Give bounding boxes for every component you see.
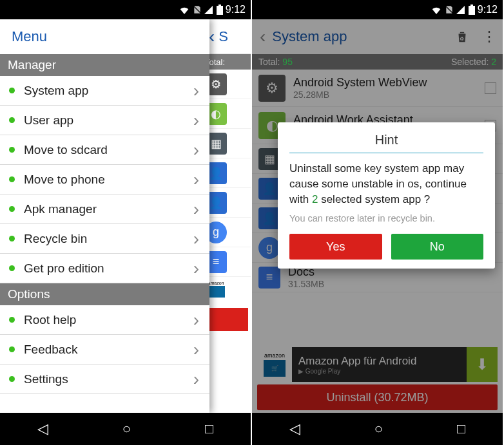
chevron-right-icon [193,230,200,248]
drawer-item-root-help[interactable]: Root help [0,305,209,335]
status-time: 9:12 [226,4,246,15]
no-sim-icon [445,5,454,14]
nav-recents-icon[interactable]: □ [205,421,213,437]
drawer-item-move-sdcard[interactable]: Move to sdcard [0,135,209,165]
signal-icon [456,6,465,14]
nav-recents-icon[interactable]: □ [457,421,465,437]
drawer-item-label: User app [24,113,73,128]
bullet-icon [9,88,15,93]
menu-title: Menu [0,19,209,54]
bullet-icon [9,176,15,182]
yes-button[interactable]: Yes [289,234,382,260]
drawer-item-label: Apk manager [24,202,97,216]
status-time: 9:12 [478,4,498,15]
drawer-item-user-app[interactable]: User app [0,106,209,135]
nav-back-icon[interactable]: ◁ [289,421,300,437]
battery-icon [217,5,223,15]
drawer-item-label: Settings [24,372,68,386]
drawer-item-label: Move to sdcard [24,143,108,157]
bullet-icon [9,206,15,212]
drawer-item-feedback[interactable]: Feedback [0,335,209,365]
nav-home-icon[interactable]: ○ [122,421,131,437]
chevron-right-icon [193,200,200,218]
drawer-item-settings[interactable]: Settings [0,365,209,394]
chevron-right-icon [193,311,200,329]
nav-back-icon[interactable]: ◁ [37,421,48,437]
chevron-right-icon [193,341,200,359]
wifi-icon [179,5,190,14]
chevron-right-icon [193,111,200,129]
no-sim-icon [193,5,202,14]
drawer-item-apk-manager[interactable]: Apk manager [0,194,209,224]
drawer-item-label: System app [24,84,88,98]
wifi-icon [431,5,442,14]
peek-title-fragment: S [218,28,228,45]
chevron-right-icon [193,260,200,278]
battery-icon [469,5,475,15]
status-bar: 9:12 [0,0,251,19]
bullet-icon [9,317,15,323]
no-button[interactable]: No [391,234,484,260]
back-icon[interactable] [209,26,215,47]
svg-rect-0 [217,6,223,15]
hint-dialog: Hint Uninstall some key system app may c… [278,122,495,269]
drawer-item-move-phone[interactable]: Move to phone [0,165,209,194]
android-nav-bar: ◁ ○ □ [252,413,503,445]
dialog-subtext: You can restore later in recycle bin. [289,213,483,223]
bullet-icon [9,376,15,382]
signal-icon [204,6,213,14]
drawer-item-label: Recycle bin [24,232,87,246]
drawer-item-label: Get pro edition [24,261,104,276]
bullet-icon [9,346,15,352]
svg-rect-1 [218,5,221,6]
bullet-icon [9,117,15,123]
chevron-right-icon [193,171,200,189]
chevron-right-icon [193,370,200,388]
nav-home-icon[interactable]: ○ [374,421,383,437]
bullet-icon [9,147,15,153]
chevron-right-icon [193,141,200,159]
phone-right: 9:12 System app ♻ ⋮ Total: 95 Selected: … [252,0,504,445]
dialog-title: Hint [289,133,483,153]
svg-rect-2 [469,6,475,15]
drawer-item-label: Root help [24,313,76,327]
drawer-item-system-app[interactable]: System app [0,76,209,106]
dialog-message: Uninstall some key system app may cause … [289,161,483,207]
drawer-item-get-pro[interactable]: Get pro edition [0,254,209,283]
status-bar: 9:12 [252,0,503,19]
bullet-icon [9,265,15,271]
chevron-right-icon [193,82,200,100]
nav-drawer: Menu Manager System app User app Move to… [0,19,209,413]
drawer-item-label: Move to phone [24,173,105,187]
section-options: Options [0,283,209,305]
android-nav-bar: ◁ ○ □ [0,413,251,445]
svg-rect-3 [470,5,473,6]
bullet-icon [9,236,15,241]
section-manager: Manager [0,54,209,76]
drawer-item-recycle-bin[interactable]: Recycle bin [0,224,209,254]
drawer-item-label: Feedback [24,343,77,357]
phone-left: 9:12 S Total: ⚙ ◐ ▦ 👤 👤 g ≡ amazon Menu … [0,0,252,445]
